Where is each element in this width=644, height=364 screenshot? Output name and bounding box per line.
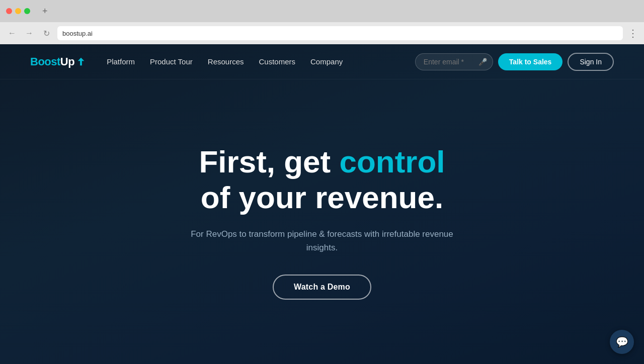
forward-button[interactable]: → (23, 27, 35, 39)
nav-item-platform[interactable]: Platform (107, 57, 135, 66)
talk-to-sales-button[interactable]: Talk to Sales (498, 53, 563, 70)
refresh-button[interactable]: ↻ (40, 27, 52, 39)
hero-title-part2: of your revenue. (201, 180, 443, 215)
nav-link-resources[interactable]: Resources (208, 57, 244, 66)
hero-title: First, get control of your revenue. (199, 144, 445, 216)
nav-item-resources[interactable]: Resources (208, 57, 244, 66)
minimize-dot[interactable] (15, 8, 21, 14)
logo: BoostUp (30, 55, 87, 68)
sign-in-button[interactable]: Sign In (568, 53, 614, 71)
hero-title-accent: control (339, 144, 445, 179)
hero-wrapper: First, get control of your revenue. For … (0, 79, 644, 364)
nav-link-customers[interactable]: Customers (259, 57, 296, 66)
back-button[interactable]: ← (6, 27, 18, 39)
traffic-lights (6, 8, 30, 14)
nav-actions: 🎤 Talk to Sales Sign In (415, 53, 614, 71)
nav-links: Platform Product Tour Resources Customer… (107, 57, 343, 66)
nav-item-product-tour[interactable]: Product Tour (150, 57, 193, 66)
hero-section: First, get control of your revenue. For … (0, 79, 644, 364)
nav-item-company[interactable]: Company (310, 57, 343, 66)
more-button[interactable]: ⋮ (628, 27, 638, 39)
website: BoostUp Platform Product Tour Resources … (0, 44, 644, 364)
address-input[interactable] (57, 26, 623, 40)
new-tab-button[interactable]: + (42, 7, 48, 16)
nav-link-company[interactable]: Company (310, 57, 343, 66)
navbar: BoostUp Platform Product Tour Resources … (0, 44, 644, 79)
email-input-wrapper: 🎤 (415, 53, 493, 70)
watch-demo-button[interactable]: Watch a Demo (273, 275, 371, 300)
hero-subtitle: For RevOps to transform pipeline & forec… (186, 227, 458, 254)
logo-boost: Boost (30, 55, 60, 68)
hero-title-part1: First, get (199, 144, 339, 179)
nav-link-platform[interactable]: Platform (107, 57, 135, 66)
browser-chrome: + ← → ↻ ⋮ (0, 0, 644, 44)
mic-icon: 🎤 (478, 58, 487, 66)
title-bar: + (0, 0, 644, 22)
address-bar-row: ← → ↻ ⋮ (0, 22, 644, 44)
logo-up: Up (60, 55, 74, 68)
nav-item-customers[interactable]: Customers (259, 57, 296, 66)
close-dot[interactable] (6, 8, 12, 14)
nav-link-product-tour[interactable]: Product Tour (150, 57, 193, 66)
chat-icon: 💬 (616, 336, 628, 348)
chat-bubble-button[interactable]: 💬 (610, 330, 634, 354)
logo-arrow-icon (75, 56, 87, 67)
maximize-dot[interactable] (24, 8, 30, 14)
